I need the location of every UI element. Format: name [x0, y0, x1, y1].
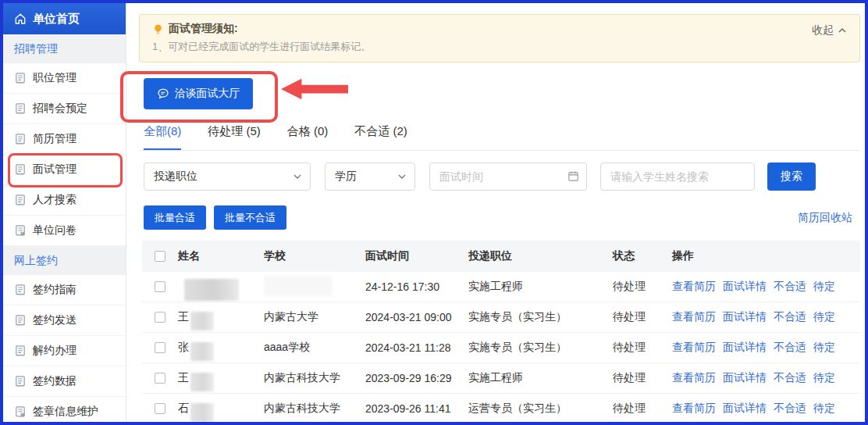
- sidebar-item-sign-cancel[interactable]: 解约办理: [3, 336, 126, 366]
- sidebar-item-signature-info[interactable]: 签章信息维护: [3, 397, 126, 425]
- sidebar-section-recruitment: 招聘管理: [3, 34, 126, 63]
- row-checkbox[interactable]: [155, 281, 165, 292]
- redaction-blur: [190, 373, 214, 391]
- calendar-icon: [567, 170, 579, 182]
- row-checkbox[interactable]: [155, 403, 165, 414]
- tab-all[interactable]: 全部(8): [144, 124, 181, 150]
- col-header-name: 姓名: [178, 249, 264, 263]
- search-button[interactable]: 搜索: [767, 162, 816, 191]
- select-all-checkbox[interactable]: [155, 251, 165, 262]
- sidebar-section-online-signing: 网上签约: [3, 246, 126, 275]
- unfit-link[interactable]: 不合适: [774, 341, 806, 355]
- col-header-time: 面试时间: [365, 249, 468, 263]
- pending-link[interactable]: 待定: [813, 402, 835, 416]
- sidebar-item-label: 人才搜索: [33, 193, 76, 207]
- cell-time: 2023-09-29 16:29: [365, 372, 468, 384]
- cell-time: 2023-09-26 11:41: [365, 402, 468, 415]
- table-row: 王 内蒙古大学 2024-03-21 09:00 实施专员（实习生） 待处理 查…: [142, 302, 860, 333]
- row-checkbox[interactable]: [155, 373, 165, 384]
- view-resume-link[interactable]: 查看简历: [672, 280, 716, 294]
- section-label: 招聘管理: [14, 42, 58, 56]
- sidebar-item-talent-search[interactable]: 人才搜索: [3, 185, 126, 216]
- col-header-status: 状态: [613, 249, 672, 263]
- sidebar-item-questionnaire[interactable]: 单位问卷: [3, 216, 126, 246]
- redaction-blur: [184, 279, 239, 301]
- sidebar-item-sign-data[interactable]: 签约数据: [3, 366, 126, 397]
- list-icon: [14, 102, 27, 115]
- sidebar-item-label: 签约指南: [33, 283, 76, 297]
- questionnaire-icon: [14, 224, 27, 237]
- annotation-arrow: [281, 77, 348, 101]
- batch-unsuitable-button[interactable]: 批量不合适: [214, 205, 286, 230]
- collapse-toggle[interactable]: 收起: [812, 23, 847, 38]
- chevron-down-icon: [397, 172, 407, 181]
- list-icon: [14, 163, 27, 176]
- pending-link[interactable]: 待定: [813, 341, 835, 355]
- tab-unfit[interactable]: 不合适 (2): [354, 124, 407, 150]
- cell-school: 内蒙古大学: [264, 310, 365, 324]
- sidebar-item-sign-guide[interactable]: 签约指南: [3, 275, 126, 305]
- sidebar-item-position-mgmt[interactable]: 职位管理: [3, 63, 126, 94]
- pending-link[interactable]: 待定: [813, 280, 835, 294]
- sidebar-home-header[interactable]: 单位首页: [3, 3, 126, 34]
- unfit-link[interactable]: 不合适: [774, 280, 806, 294]
- table-row: 张 aaaa学校 2024-03-21 11:28 实施专员（实习生） 待处理 …: [142, 333, 860, 363]
- cell-school: 内蒙古科技大学: [264, 371, 365, 385]
- tab-pending[interactable]: 待处理 (5): [208, 124, 261, 150]
- chevron-up-icon: [838, 26, 847, 35]
- cell-status: 待处理: [613, 310, 672, 324]
- interview-detail-link[interactable]: 面试详情: [723, 402, 767, 416]
- collapse-label: 收起: [812, 23, 834, 38]
- home-icon: [14, 12, 27, 25]
- cell-name: 王: [178, 310, 189, 324]
- row-checkbox[interactable]: [155, 342, 165, 353]
- redaction-blur: [190, 403, 214, 422]
- view-resume-link[interactable]: 查看简历: [672, 341, 716, 355]
- sidebar-item-resume-mgmt[interactable]: 简历管理: [3, 124, 126, 155]
- cell-position: 实施工程师: [468, 280, 613, 294]
- interview-detail-link[interactable]: 面试详情: [723, 280, 767, 294]
- sidebar-item-label: 单位问卷: [33, 223, 76, 238]
- status-tabs: 全部(8) 待处理 (5) 合格 (0) 不合适 (2): [144, 124, 407, 150]
- pending-link[interactable]: 待定: [813, 310, 835, 324]
- resume-recycle-link[interactable]: 简历回收站: [798, 211, 852, 225]
- bulb-icon: [152, 23, 164, 35]
- sidebar-item-interview-mgmt[interactable]: 面试管理: [3, 155, 126, 185]
- sidebar-item-sign-send[interactable]: 签约发送: [3, 305, 126, 336]
- cell-name: 石: [178, 402, 189, 416]
- tab-qualified[interactable]: 合格 (0): [287, 124, 329, 150]
- cell-position: 实施专员（实习生）: [468, 341, 613, 355]
- interview-table: 姓名 学校 面试时间 投递职位 状态 操作 24-12-16 17:30 实施工…: [142, 241, 860, 424]
- table-row: 24-12-16 17:30 实施工程师 待处理 查看简历 面试详情 不合适 待…: [142, 272, 860, 302]
- pending-link[interactable]: 待定: [813, 371, 835, 385]
- student-name-input[interactable]: [600, 162, 755, 191]
- cell-status: 待处理: [613, 341, 672, 355]
- sidebar-item-label: 解约办理: [33, 344, 76, 358]
- position-select[interactable]: 投递职位: [144, 162, 311, 191]
- interview-detail-link[interactable]: 面试详情: [723, 341, 767, 355]
- row-checkbox[interactable]: [155, 312, 165, 323]
- notice-title: 面试管理须知:: [169, 22, 238, 36]
- view-resume-link[interactable]: 查看简历: [672, 371, 716, 385]
- app-window: 单位首页 招聘管理 职位管理 招聘会预定 简历管理 面试管理 人才搜索 单位问卷: [0, 0, 868, 425]
- interview-detail-link[interactable]: 面试详情: [723, 310, 767, 324]
- unfit-link[interactable]: 不合适: [774, 310, 806, 324]
- sidebar-item-label: 招聘会预定: [33, 102, 87, 116]
- education-select-value: 学历: [335, 170, 357, 184]
- interview-time-input[interactable]: [429, 162, 587, 191]
- view-resume-link[interactable]: 查看简历: [672, 310, 716, 324]
- section-label: 网上签约: [14, 254, 58, 268]
- view-resume-link[interactable]: 查看简历: [672, 402, 716, 416]
- interview-detail-link[interactable]: 面试详情: [723, 371, 767, 385]
- batch-suitable-button[interactable]: 批量合适: [144, 205, 206, 230]
- unfit-link[interactable]: 不合适: [774, 402, 806, 416]
- education-select[interactable]: 学历: [325, 162, 415, 191]
- sidebar-item-job-fair[interactable]: 招聘会预定: [3, 94, 126, 124]
- sidebar-item-label: 简历管理: [33, 132, 76, 146]
- interview-time-field: [429, 162, 587, 191]
- filter-bar: 投递职位 学历 搜索: [144, 162, 816, 191]
- unfit-link[interactable]: 不合适: [774, 371, 806, 385]
- position-select-value: 投递职位: [154, 170, 197, 184]
- list-icon: [14, 314, 27, 327]
- interview-hall-button[interactable]: 洽谈面试大厅: [144, 78, 253, 109]
